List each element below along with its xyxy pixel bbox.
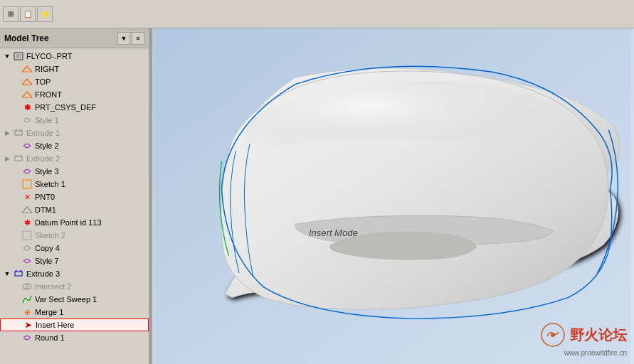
- tree-item-inserthere[interactable]: ➤ Insert Here: [0, 318, 149, 331]
- expand-right: [11, 65, 20, 73]
- insert-mode-label: Insert Mode: [309, 228, 358, 238]
- expand-front: [11, 90, 20, 99]
- svg-rect-14: [15, 272, 22, 276]
- svg-marker-3: [22, 79, 32, 85]
- icon-top: [21, 77, 33, 87]
- tree-item-sketch1[interactable]: Sketch 1: [0, 178, 149, 191]
- icon-copy4: [21, 243, 33, 253]
- label-csys: PRT_CSYS_DEF: [35, 103, 96, 112]
- expand-merge1: [11, 308, 20, 316]
- expand-varsweep1: [11, 295, 20, 304]
- svg-marker-2: [22, 66, 32, 72]
- expand-style3: [11, 167, 20, 176]
- left-panel: Model Tree ▼ ≡ ▼ FLYCO-.PRT RIG: [0, 28, 149, 364]
- expand-inserthere: [12, 321, 21, 329]
- svg-marker-12: [22, 207, 32, 213]
- tree-item-right[interactable]: RIGHT: [0, 63, 149, 75]
- label-flyco: FLYCO-.PRT: [26, 52, 72, 60]
- icon-style2: [21, 141, 33, 151]
- expand-intersect2: [11, 282, 20, 291]
- watermark-icon: [540, 322, 566, 348]
- label-extrude2: Extrude 2: [26, 154, 60, 163]
- tree-content: ▼ FLYCO-.PRT RIGHT TOP: [0, 48, 149, 364]
- label-intersect2: Intersect 2: [35, 282, 71, 291]
- label-pnt0: PNT0: [35, 193, 55, 201]
- tree-item-sketch2[interactable]: Sketch 2: [0, 229, 149, 242]
- tree-item-style2[interactable]: Style 2: [0, 139, 149, 152]
- label-round1: Round 1: [35, 333, 65, 342]
- tree-item-style1[interactable]: Style 1: [0, 114, 149, 127]
- icon-sketch2: [21, 230, 33, 240]
- icon-dtm1: [21, 205, 33, 215]
- icon-pnt0: ✕: [21, 192, 33, 202]
- main-area: Model Tree ▼ ≡ ▼ FLYCO-.PRT RIG: [0, 28, 634, 364]
- tree-item-datumpt[interactable]: ✱ Datum Point id 113: [0, 216, 149, 229]
- tree-item-front[interactable]: FRONT: [0, 88, 149, 101]
- model-tree-header: Model Tree ▼ ≡: [0, 28, 149, 48]
- expand-dtm1: [11, 205, 20, 214]
- icon-extrude1: [13, 128, 24, 138]
- tree-item-copy4[interactable]: Copy 4: [0, 242, 149, 255]
- expand-extrude1: ▶: [3, 129, 11, 137]
- icon-round1: [21, 333, 33, 343]
- icon-inserthere: ➤: [22, 320, 33, 330]
- label-sketch1: Sketch 1: [35, 180, 65, 188]
- svg-point-21: [551, 333, 555, 337]
- expand-copy4: [11, 244, 20, 252]
- icon-style3: [21, 166, 33, 176]
- icon-merge1: ⊕: [21, 307, 33, 317]
- tree-item-dtm1[interactable]: DTM1: [0, 203, 149, 216]
- icon-extrude2: [13, 154, 24, 164]
- svg-rect-11: [23, 180, 31, 188]
- label-extrude3: Extrude 3: [26, 269, 60, 278]
- tree-item-merge1[interactable]: ⊕ Merge 1: [0, 306, 149, 318]
- tree-item-csys[interactable]: ✱ PRT_CSYS_DEF: [0, 101, 149, 114]
- tree-item-style7[interactable]: Style 7: [0, 255, 149, 267]
- label-top: TOP: [35, 77, 51, 86]
- label-dtm1: DTM1: [35, 205, 56, 214]
- tree-item-style3[interactable]: Style 3: [0, 165, 149, 178]
- icon-front: [21, 90, 33, 100]
- tree-item-extrude2[interactable]: ▶ Extrude 2: [0, 152, 149, 165]
- label-style7: Style 7: [35, 257, 59, 265]
- label-style3: Style 3: [35, 167, 59, 176]
- watermark-sub-text: www.proewildfire.cn: [564, 349, 627, 357]
- viewport[interactable]: Insert Mode 野火论坛 www.proewildfire.cn: [152, 28, 634, 364]
- svg-rect-5: [15, 131, 22, 135]
- label-style1: Style 1: [35, 116, 59, 124]
- tree-item-varsweep1[interactable]: Var Sect Sweep 1: [0, 293, 149, 306]
- watermark-main-text: 野火论坛: [570, 326, 627, 345]
- label-style2: Style 2: [35, 141, 59, 150]
- tree-menu-button[interactable]: ≡: [132, 32, 144, 45]
- tree-item-round1[interactable]: Round 1: [0, 331, 149, 344]
- icon-style1: [21, 115, 33, 125]
- expand-round1: [11, 333, 20, 342]
- tree-item-top[interactable]: TOP: [0, 75, 149, 88]
- model-tree-title: Model Tree: [4, 33, 49, 43]
- watermark: 野火论坛 www.proewildfire.cn: [540, 322, 627, 357]
- tree-item-extrude3[interactable]: ▼ Extrude 3: [0, 267, 149, 280]
- tree-item-pnt0[interactable]: ✕ PNT0: [0, 191, 149, 203]
- main-toolbar: ⊞ 📋 ⭐: [0, 0, 634, 28]
- icon-right: [21, 64, 33, 74]
- icon-csys: ✱: [21, 102, 33, 112]
- icon-varsweep1: [21, 294, 33, 304]
- label-sketch2: Sketch 2: [35, 231, 65, 240]
- icon-intersect2: [21, 282, 33, 291]
- icon-sketch1: [21, 179, 33, 189]
- toolbar-grid-button[interactable]: ⊞: [3, 6, 19, 22]
- label-right: RIGHT: [35, 65, 59, 73]
- expand-style1: [11, 116, 20, 124]
- toolbar-star-button[interactable]: ⭐: [37, 6, 53, 22]
- tree-item-flyco[interactable]: ▼ FLYCO-.PRT: [0, 50, 149, 63]
- tree-settings-button[interactable]: ▼: [117, 32, 130, 45]
- expand-sketch1: [11, 180, 20, 188]
- tree-item-extrude1[interactable]: ▶ Extrude 1: [0, 127, 149, 139]
- expand-datumpt: [11, 218, 20, 227]
- expand-pnt0: [11, 193, 20, 201]
- icon-datumpt: ✱: [21, 218, 33, 228]
- expand-extrude2: ▶: [3, 154, 11, 163]
- tree-item-intersect2[interactable]: Intersect 2: [0, 280, 149, 293]
- expand-csys: [11, 103, 20, 112]
- toolbar-copy-button[interactable]: 📋: [20, 6, 36, 22]
